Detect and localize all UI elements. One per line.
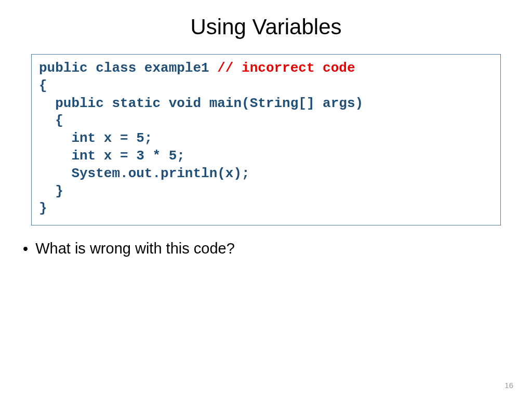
code-line-5: int x = 5; <box>39 130 152 146</box>
bullet-text: What is wrong with this code? <box>35 240 235 257</box>
slide-title: Using Variables <box>0 15 532 39</box>
page-number: 16 <box>504 381 513 390</box>
code-line-8: } <box>39 183 63 199</box>
code-line-1a: public class example1 <box>39 60 217 76</box>
code-line-6: int x = 3 * 5; <box>39 148 185 164</box>
code-line-9: } <box>39 201 47 216</box>
code-block: public class example1 // incorrect code … <box>31 54 501 225</box>
bullet-marker: • <box>23 240 28 258</box>
code-line-7: System.out.println(x); <box>39 166 250 181</box>
code-line-2: { <box>39 78 47 94</box>
bullet-item: • What is wrong with this code? <box>23 240 532 258</box>
code-line-1b-comment: // incorrect code <box>217 60 355 76</box>
code-line-3: public static void main(String[] args) <box>39 96 363 111</box>
bullet-list: • What is wrong with this code? <box>23 240 532 258</box>
code-line-4: { <box>39 113 63 128</box>
